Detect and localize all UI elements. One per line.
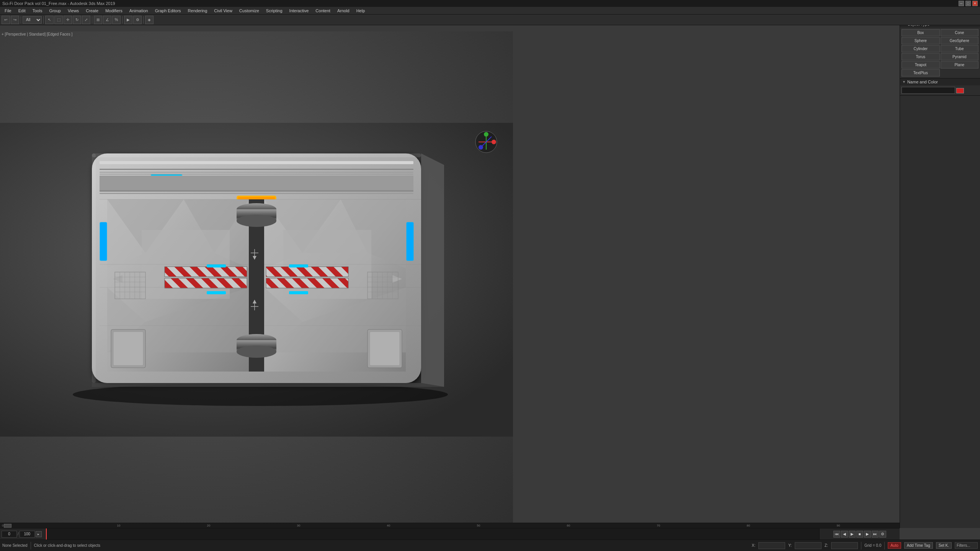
obj-btn-plane[interactable]: Plane (941, 61, 979, 68)
mini-timeline[interactable]: 0 10 20 30 40 50 60 70 80 90 (0, 523, 900, 528)
redo-button[interactable]: ↪ (11, 16, 19, 24)
svg-rect-20 (407, 222, 413, 261)
svg-point-110 (484, 132, 488, 137)
obj-btn-tube[interactable]: Tube (941, 45, 979, 52)
maximize-button[interactable]: □ (965, 1, 971, 6)
stop-button[interactable]: ■ (856, 531, 863, 538)
menu-content[interactable]: Content (312, 8, 333, 14)
status-hint: Click or click-and-drag to select object… (34, 543, 100, 548)
name-input-field[interactable] (902, 87, 955, 94)
x-coordinate-input[interactable] (758, 542, 785, 549)
menu-interactive[interactable]: Interactive (286, 8, 312, 14)
x-label: X: (752, 543, 755, 548)
menu-rendering[interactable]: Rendering (185, 8, 211, 14)
time-controls: ⏮ ◀ ▶ ■ ▶ ⏭ ⚙ (819, 528, 900, 540)
obj-btn-torus[interactable]: Torus (902, 53, 940, 60)
color-swatch[interactable] (956, 88, 964, 93)
menu-graph-editors[interactable]: Graph Editors (152, 8, 184, 14)
go-start-button[interactable]: ⏮ (833, 531, 840, 538)
tick-20: 20 (207, 524, 211, 527)
obj-btn-box[interactable]: Box (902, 29, 940, 36)
svg-rect-13 (100, 172, 413, 173)
svg-rect-51 (207, 264, 226, 267)
play-options-button[interactable]: ⚙ (879, 531, 886, 538)
menu-edit[interactable]: Edit (15, 8, 29, 14)
svg-rect-14 (100, 174, 413, 174)
svg-rect-52 (289, 264, 308, 267)
rotate-button[interactable]: ↻ (73, 16, 81, 24)
go-end-button[interactable]: ⏭ (872, 531, 879, 538)
move-button[interactable]: ✛ (64, 16, 72, 24)
menu-scripting[interactable]: Scripting (263, 8, 286, 14)
tick-10: 10 (117, 524, 121, 527)
object-type-grid: Box Cone Sphere GeoSphere Cylinder Tube … (900, 28, 980, 78)
timeline-track[interactable] (46, 528, 900, 540)
menu-civil-view[interactable]: Civil View (211, 8, 235, 14)
angle-snap-button[interactable]: ∠ (103, 16, 111, 24)
scene-svg (0, 31, 513, 528)
obj-btn-sphere[interactable]: Sphere (902, 37, 940, 44)
auto-key-button[interactable]: Auto (888, 542, 901, 549)
close-button[interactable]: ✕ (972, 1, 978, 6)
obj-btn-cylinder[interactable]: Cylinder (902, 45, 940, 52)
timeline-playhead (46, 528, 47, 540)
grid-label: Grid = 0.0 (864, 543, 881, 548)
undo-button[interactable]: ↩ (2, 16, 10, 24)
selection-filter-dropdown[interactable]: All (23, 16, 42, 24)
render-setup-button[interactable]: ⚙ (133, 16, 142, 24)
menu-group[interactable]: Group (46, 8, 64, 14)
set-key-button[interactable]: Set K. (936, 542, 952, 549)
svg-point-109 (492, 140, 496, 144)
svg-rect-49 (266, 278, 348, 288)
tick-30: 30 (297, 524, 301, 527)
menu-file[interactable]: File (2, 8, 15, 14)
obj-btn-textplus[interactable]: TextPlus (902, 69, 940, 77)
status-bar: None Selected Click or click-and-drag to… (0, 540, 980, 551)
obj-btn-teapot[interactable]: Teapot (902, 61, 940, 68)
render-button[interactable]: ▶ (124, 16, 132, 24)
add-time-tag-button[interactable]: Add Time Tag (904, 542, 933, 549)
select-region-button[interactable]: ⬚ (54, 16, 63, 24)
prev-frame-button[interactable]: ◀ (841, 531, 848, 538)
next-frame-button[interactable]: ▶ (864, 531, 871, 538)
menu-tools[interactable]: Tools (29, 8, 46, 14)
current-frame-input[interactable] (2, 531, 17, 538)
menu-animation[interactable]: Animation (126, 8, 151, 14)
svg-rect-93 (100, 190, 413, 192)
timeline[interactable]: / ▸ (0, 528, 900, 540)
obj-btn-cone[interactable]: Cone (941, 29, 979, 36)
name-color-section: ▼ Name and Color (900, 78, 980, 96)
minimize-button[interactable]: ─ (959, 1, 964, 6)
obj-btn-pyramid[interactable]: Pyramid (941, 53, 979, 60)
svg-rect-15 (100, 176, 413, 191)
main-toolbar: ↩ ↪ All ↖ ⬚ ✛ ↻ ⤢ ⊞ ∠ % ▶ ⚙ ◈ (0, 15, 980, 25)
name-color-header[interactable]: ▼ Name and Color (900, 78, 980, 85)
menu-modifiers[interactable]: Modifiers (102, 8, 126, 14)
menu-customize[interactable]: Customize (236, 8, 262, 14)
scale-button[interactable]: ⤢ (82, 16, 90, 24)
right-panel: Standard Primitives ▼ Object Type Box Co… (900, 15, 980, 528)
menu-arnold[interactable]: Arnold (334, 8, 353, 14)
menu-views[interactable]: Views (65, 8, 82, 14)
snap-toggle-button[interactable]: ⊞ (94, 16, 102, 24)
play-button[interactable]: ▶ (849, 531, 856, 538)
main-viewport[interactable]: + [Perspective | Standard] [Edged Faces … (0, 31, 513, 528)
frame-nav-button[interactable]: ▸ (36, 531, 42, 537)
filters-input[interactable]: Filters... (955, 542, 978, 549)
select-object-button[interactable]: ↖ (45, 16, 54, 24)
percent-snap-button[interactable]: % (112, 16, 121, 24)
menu-help[interactable]: Help (353, 8, 368, 14)
material-editor-button[interactable]: ◈ (145, 16, 154, 24)
toolbar-separator-4 (122, 16, 122, 24)
total-frames-input[interactable] (20, 531, 35, 538)
obj-btn-geosphere[interactable]: GeoSphere (941, 37, 979, 44)
tick-0: 0 (2, 524, 3, 527)
z-coordinate-input[interactable] (831, 542, 858, 549)
menu-create[interactable]: Create (83, 8, 101, 14)
window-title: Sci-Fi Door Pack vol 01_Free.max - Autod… (2, 1, 115, 6)
y-coordinate-input[interactable] (795, 542, 822, 549)
title-bar: Sci-Fi Door Pack vol 01_Free.max - Autod… (0, 0, 980, 7)
svg-rect-12 (100, 169, 413, 170)
name-color-arrow: ▼ (902, 80, 906, 84)
svg-rect-54 (289, 291, 308, 294)
